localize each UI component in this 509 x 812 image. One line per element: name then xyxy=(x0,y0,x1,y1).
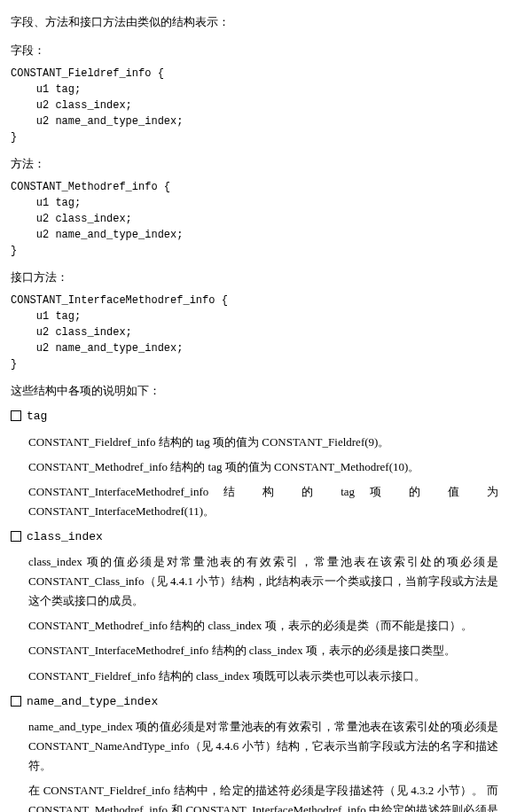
field-code-block: CONSTANT_Fieldref_info { u1 tag; u2 clas… xyxy=(11,66,498,145)
bullet-tag-content: CONSTANT_Fieldref_info 结构的 tag 项的值为 CONS… xyxy=(28,433,498,521)
bullet-nati-label: name_and_type_index xyxy=(27,695,158,708)
tag-p1: CONSTANT_Fieldref_info 结构的 tag 项的值为 CONS… xyxy=(28,433,498,452)
nati-p1: name_and_type_index 项的值必须是对常量池表的有效索引，常量池… xyxy=(28,717,498,776)
nati-p2: 在 CONSTANT_Fieldref_info 结构中，给定的描述符必须是字段… xyxy=(28,781,498,812)
class-index-p2: CONSTANT_Methodref_info 结构的 class_index … xyxy=(28,616,498,636)
bullet-nati: name_and_type_index xyxy=(11,691,498,712)
class-index-p4: CONSTANT_Fieldref_info 结构的 class_index 项… xyxy=(28,667,498,686)
method-label: 方法： xyxy=(11,154,498,174)
iface-code-block: CONSTANT_InterfaceMethodref_info { u1 ta… xyxy=(11,293,498,372)
class-index-p1: class_index 项的值必须是对常量池表的有效索引，常量池表在该索引处的项… xyxy=(28,552,498,611)
bullet-tag: tag xyxy=(11,406,498,426)
intro-text: 字段、方法和接口方法由类似的结构表示： xyxy=(11,12,498,32)
bullet-class-index: class_index xyxy=(11,527,498,547)
bullet-marker-icon xyxy=(11,410,21,421)
bullet-nati-content: name_and_type_index 项的值必须是对常量池表的有效索引，常量池… xyxy=(28,717,498,812)
tag-p3: CONSTANT_InterfaceMethodref_info 结 构 的 t… xyxy=(28,482,498,521)
bullet-class-index-content: class_index 项的值必须是对常量池表的有效索引，常量池表在该索引处的项… xyxy=(28,552,498,686)
bullet-marker-icon xyxy=(11,696,21,707)
field-label: 字段： xyxy=(11,41,498,60)
class-index-p3: CONSTANT_InterfaceMethodref_info 结构的 cla… xyxy=(28,641,498,660)
method-code-block: CONSTANT_Methodref_info { u1 tag; u2 cla… xyxy=(11,179,498,259)
bullet-marker-icon xyxy=(11,531,21,542)
iface-label: 接口方法： xyxy=(11,268,498,287)
tag-p2: CONSTANT_Methodref_info 结构的 tag 项的值为 CON… xyxy=(28,457,498,477)
bullet-tag-label: tag xyxy=(27,410,47,423)
bullet-class-index-label: class_index xyxy=(27,530,103,543)
explain-intro: 这些结构中各项的说明如下： xyxy=(11,381,498,401)
